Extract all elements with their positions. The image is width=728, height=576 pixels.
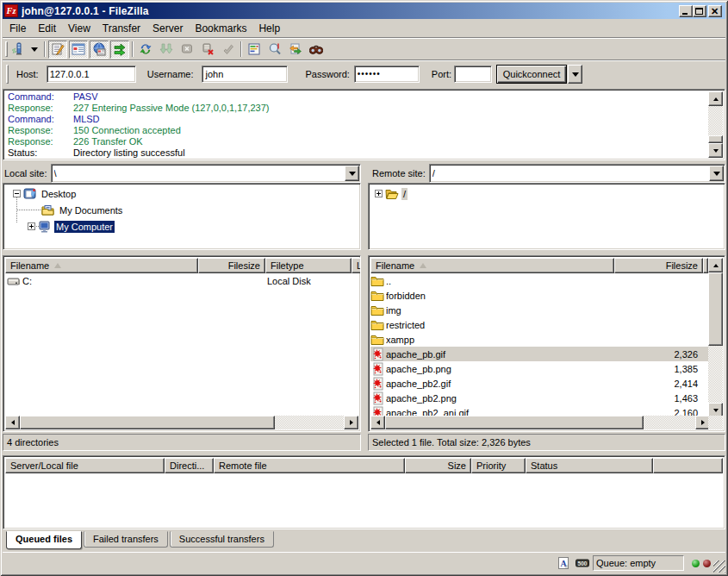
local-list-hscrollbar[interactable] [5,416,358,429]
speed-limits-indicator[interactable] [574,556,590,570]
tab-failed-transfers[interactable]: Failed transfers [84,531,168,548]
host-input[interactable]: 127.0.0.1 [47,66,136,83]
scroll-thumb[interactable] [708,135,723,143]
site-manager-dropdown[interactable] [27,40,42,59]
toggle-message-log-button[interactable] [48,41,67,59]
reconnect-button[interactable] [219,41,238,59]
expander-plus-line [378,191,379,196]
column-header-last-modified[interactable]: L [352,258,361,273]
menu-server[interactable]: Server [146,20,189,37]
file-name: restricted [386,320,624,330]
cancel-button[interactable] [177,41,196,59]
local-site-dropdown-button[interactable] [345,166,359,181]
maximize-button[interactable] [693,5,706,17]
scroll-down-button[interactable] [708,143,723,158]
menu-bookmarks[interactable]: Bookmarks [189,20,252,37]
local-file-list: Filename Filesize Filetype L C: Local Di… [3,255,361,432]
toolbar-grip[interactable] [5,41,8,57]
remote-site-dropdown-button[interactable] [709,166,724,181]
scroll-right-button[interactable] [344,416,358,429]
quickconnect-dropdown[interactable] [568,65,582,84]
refresh-button[interactable] [136,41,155,59]
column-header-priority[interactable]: Priority [471,458,526,473]
port-input[interactable] [454,66,492,83]
column-header-filename[interactable]: Filename [5,258,198,273]
close-button[interactable]: ✕ [708,5,722,17]
expand-expander[interactable] [375,190,383,197]
menu-help[interactable]: Help [252,20,286,37]
message-log: Command:PASVResponse:227 Entering Passiv… [3,89,725,160]
scroll-thumb[interactable] [708,272,723,346]
menu-transfer[interactable]: Transfer [96,20,146,37]
folder-icon [370,304,384,317]
collapse-expander[interactable] [13,190,21,197]
minimize-button[interactable] [679,5,693,17]
column-header-server-local-file[interactable]: Server/Local file [5,458,165,473]
column-header-filename[interactable]: Filename [370,258,614,273]
column-header-filesize[interactable]: Filesize [614,258,703,273]
compare-directories-button[interactable] [265,41,284,59]
transfer-type-indicator[interactable] [555,556,571,570]
resize-grip[interactable] [713,560,725,573]
column-header-direction[interactable]: Directi... [165,458,214,473]
file-row[interactable]: restricted [370,317,708,332]
toolbar-separator [44,41,46,57]
file-row[interactable]: img [370,303,708,317]
column-header-size[interactable]: Size [405,458,471,473]
scroll-thumb[interactable] [20,416,275,429]
file-row[interactable]: forbidden [370,288,708,303]
file-row-c-drive[interactable]: C: Local Disk [5,273,358,288]
find-files-button[interactable] [307,41,326,59]
file-row-selected[interactable]: apache_pb.gif 2,326 [370,347,708,361]
log-scrollbar[interactable] [708,91,723,158]
file-row[interactable]: xampp [370,332,708,347]
remote-list-hscrollbar[interactable] [370,416,710,429]
synchronized-browsing-button[interactable] [286,41,305,59]
file-row[interactable]: apache_pb.png 1,385 [370,361,708,376]
disconnect-icon [201,42,215,56]
site-manager-button[interactable] [9,41,27,59]
column-header-status[interactable]: Status [526,458,653,473]
scroll-left-button[interactable] [370,416,385,429]
remote-list-vscrollbar[interactable] [708,258,723,417]
column-header-remote-file[interactable]: Remote file [214,458,405,473]
menu-edit[interactable]: Edit [32,20,62,37]
scroll-thumb[interactable] [385,416,644,429]
tree-item-my-computer[interactable]: My Computer [28,218,115,235]
directory-filters-button[interactable] [245,41,264,59]
file-row[interactable]: apache_pb2.png 1,463 [370,391,708,405]
tree-item-root[interactable]: / [375,185,408,202]
scroll-up-button[interactable] [708,91,723,106]
cancel-icon [180,42,194,56]
column-header-filetype[interactable]: Filetype [265,258,352,273]
toggle-queue-button[interactable] [110,41,129,59]
expand-expander[interactable] [28,222,35,230]
tab-successful-transfers[interactable]: Successful transfers [170,531,274,548]
password-input[interactable]: •••••• [354,66,420,83]
column-header-label: Filename [376,260,414,271]
disconnect-button[interactable] [198,41,217,59]
scroll-up-button[interactable] [708,258,723,272]
refresh-icon [139,42,152,56]
menu-view[interactable]: View [62,20,96,37]
quickconnect-grip[interactable] [6,65,9,84]
remote-site-combobox[interactable]: / [429,164,725,183]
tree-item-my-documents[interactable]: My Documents [39,202,124,218]
quickconnect-button[interactable]: Quickconnect [496,65,567,84]
scroll-left-button[interactable] [5,416,20,429]
file-name: xampp [386,335,624,345]
username-input[interactable]: john [202,66,288,83]
file-row[interactable]: .. [370,273,708,288]
tree-item-label-selected: My Computer [54,221,115,233]
transfer-queue: Server/Local file Directi... Remote file… [3,455,725,529]
remote-status-bar: Selected 1 file. Total size: 2,326 bytes [368,434,725,451]
tree-item-desktop[interactable]: Desktop [13,185,78,202]
local-site-combobox[interactable]: \ [51,164,361,183]
toggle-remote-tree-button[interactable] [90,41,109,59]
file-row[interactable]: apache_pb2.gif 2,414 [370,376,708,391]
process-queue-button[interactable] [157,41,176,59]
column-header-filesize[interactable]: Filesize [198,258,265,273]
toggle-local-tree-button[interactable] [69,41,88,59]
menu-file[interactable]: File [3,20,32,37]
tab-queued-files[interactable]: Queued files [6,531,82,549]
